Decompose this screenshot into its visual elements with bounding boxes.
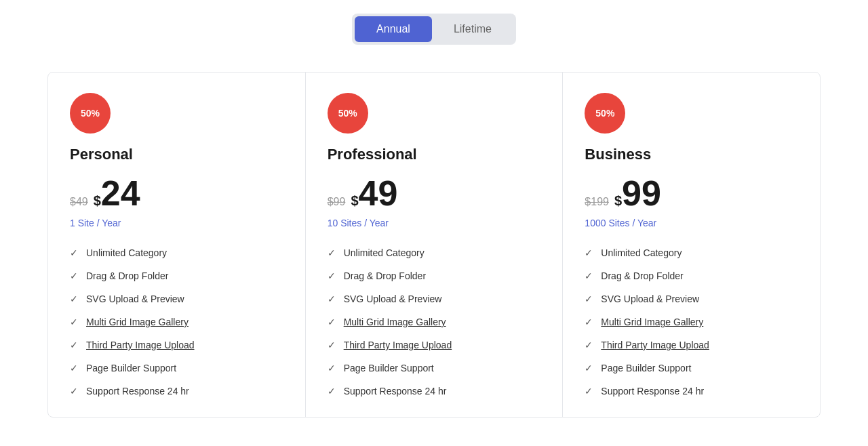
discount-badge-business: 50% <box>585 93 625 134</box>
current-price-wrapper-business: $99 <box>614 176 661 211</box>
checkmark-icon: ✓ <box>70 270 78 281</box>
list-item: ✓Third Party Image Upload <box>585 340 798 350</box>
feature-label: Page Builder Support <box>86 363 176 373</box>
original-price-personal: $49 <box>70 196 88 208</box>
current-price-wrapper-professional: $49 <box>351 176 397 211</box>
plan-card-professional: 50%Professional$99$4910 Sites / Year✓Unl… <box>306 73 564 417</box>
features-list-personal: ✓Unlimited Category✓Drag & Drop Folder✓S… <box>70 247 283 397</box>
feature-label: Unlimited Category <box>86 247 167 258</box>
checkmark-icon: ✓ <box>585 317 593 327</box>
plan-name-personal: Personal <box>70 146 283 163</box>
feature-label: SVG Upload & Preview <box>344 293 442 304</box>
dollar-sign-personal: $ <box>94 193 101 209</box>
feature-label: Multi Grid Image Gallery <box>601 317 703 327</box>
feature-label: Support Response 24 hr <box>86 386 189 397</box>
price-row-professional: $99$49 <box>328 176 541 211</box>
list-item: ✓Drag & Drop Folder <box>328 270 541 281</box>
checkmark-icon: ✓ <box>328 270 336 281</box>
list-item: ✓Support Response 24 hr <box>70 386 283 397</box>
price-row-personal: $49$24 <box>70 176 283 211</box>
checkmark-icon: ✓ <box>585 293 593 304</box>
features-list-business: ✓Unlimited Category✓Drag & Drop Folder✓S… <box>585 247 798 397</box>
feature-label: Drag & Drop Folder <box>344 270 426 281</box>
list-item: ✓Unlimited Category <box>585 247 798 258</box>
checkmark-icon: ✓ <box>328 317 336 327</box>
checkmark-icon: ✓ <box>585 386 593 397</box>
plan-name-professional: Professional <box>328 146 541 163</box>
list-item: ✓SVG Upload & Preview <box>70 293 283 304</box>
dollar-sign-business: $ <box>614 193 622 209</box>
checkmark-icon: ✓ <box>70 340 78 350</box>
annual-toggle-button[interactable]: Annual <box>355 16 432 42</box>
billing-period-professional: 10 Sites / Year <box>328 218 541 228</box>
feature-label: Unlimited Category <box>601 247 682 258</box>
feature-label: Third Party Image Upload <box>601 340 709 350</box>
feature-label: Page Builder Support <box>601 363 691 373</box>
list-item: ✓Drag & Drop Folder <box>70 270 283 281</box>
feature-label: Multi Grid Image Gallery <box>344 317 446 327</box>
list-item: ✓Page Builder Support <box>70 363 283 373</box>
checkmark-icon: ✓ <box>70 363 78 373</box>
feature-label: Third Party Image Upload <box>86 340 195 350</box>
list-item: ✓SVG Upload & Preview <box>585 293 798 304</box>
checkmark-icon: ✓ <box>70 317 78 327</box>
checkmark-icon: ✓ <box>585 270 593 281</box>
checkmark-icon: ✓ <box>328 293 336 304</box>
plan-card-business: 50%Business$199$991000 Sites / Year✓Unli… <box>563 73 820 417</box>
feature-label: Third Party Image Upload <box>344 340 452 350</box>
checkmark-icon: ✓ <box>70 247 78 258</box>
price-row-business: $199$99 <box>585 176 798 211</box>
feature-label: Page Builder Support <box>344 363 434 373</box>
feature-label: SVG Upload & Preview <box>601 293 699 304</box>
list-item: ✓Page Builder Support <box>585 363 798 373</box>
feature-label: Multi Grid Image Gallery <box>86 317 189 327</box>
feature-label: Support Response 24 hr <box>601 386 704 397</box>
current-price-wrapper-personal: $24 <box>94 176 140 211</box>
current-price-professional: 49 <box>359 176 398 211</box>
list-item: ✓Multi Grid Image Gallery <box>70 317 283 327</box>
checkmark-icon: ✓ <box>70 386 78 397</box>
feature-label: Unlimited Category <box>344 247 425 258</box>
billing-period-personal: 1 Site / Year <box>70 218 283 228</box>
discount-badge-personal: 50% <box>70 93 111 134</box>
list-item: ✓Drag & Drop Folder <box>585 270 798 281</box>
list-item: ✓Support Response 24 hr <box>585 386 798 397</box>
feature-label: Drag & Drop Folder <box>86 270 168 281</box>
list-item: ✓Third Party Image Upload <box>328 340 541 350</box>
feature-label: SVG Upload & Preview <box>86 293 184 304</box>
original-price-business: $199 <box>585 196 609 208</box>
current-price-personal: 24 <box>101 176 140 211</box>
feature-label: Drag & Drop Folder <box>601 270 683 281</box>
current-price-business: 99 <box>622 176 661 211</box>
original-price-professional: $99 <box>328 196 346 208</box>
checkmark-icon: ✓ <box>328 247 336 258</box>
list-item: ✓Multi Grid Image Gallery <box>585 317 798 327</box>
billing-toggle: Annual Lifetime <box>352 14 516 45</box>
features-list-professional: ✓Unlimited Category✓Drag & Drop Folder✓S… <box>328 247 541 397</box>
plan-card-personal: 50%Personal$49$241 Site / Year✓Unlimited… <box>48 73 306 417</box>
list-item: ✓Unlimited Category <box>328 247 541 258</box>
list-item: ✓SVG Upload & Preview <box>328 293 541 304</box>
plans-container: 50%Personal$49$241 Site / Year✓Unlimited… <box>47 72 821 418</box>
checkmark-icon: ✓ <box>585 340 593 350</box>
list-item: ✓Unlimited Category <box>70 247 283 258</box>
checkmark-icon: ✓ <box>70 293 78 304</box>
checkmark-icon: ✓ <box>585 363 593 373</box>
list-item: ✓Multi Grid Image Gallery <box>328 317 541 327</box>
billing-period-business: 1000 Sites / Year <box>585 218 798 228</box>
list-item: ✓Page Builder Support <box>328 363 541 373</box>
checkmark-icon: ✓ <box>585 247 593 258</box>
plan-name-business: Business <box>585 146 798 163</box>
feature-label: Support Response 24 hr <box>344 386 447 397</box>
lifetime-toggle-button[interactable]: Lifetime <box>432 16 513 42</box>
dollar-sign-professional: $ <box>351 193 358 209</box>
discount-badge-professional: 50% <box>328 93 368 134</box>
checkmark-icon: ✓ <box>328 340 336 350</box>
list-item: ✓Support Response 24 hr <box>328 386 541 397</box>
checkmark-icon: ✓ <box>328 386 336 397</box>
checkmark-icon: ✓ <box>328 363 336 373</box>
list-item: ✓Third Party Image Upload <box>70 340 283 350</box>
